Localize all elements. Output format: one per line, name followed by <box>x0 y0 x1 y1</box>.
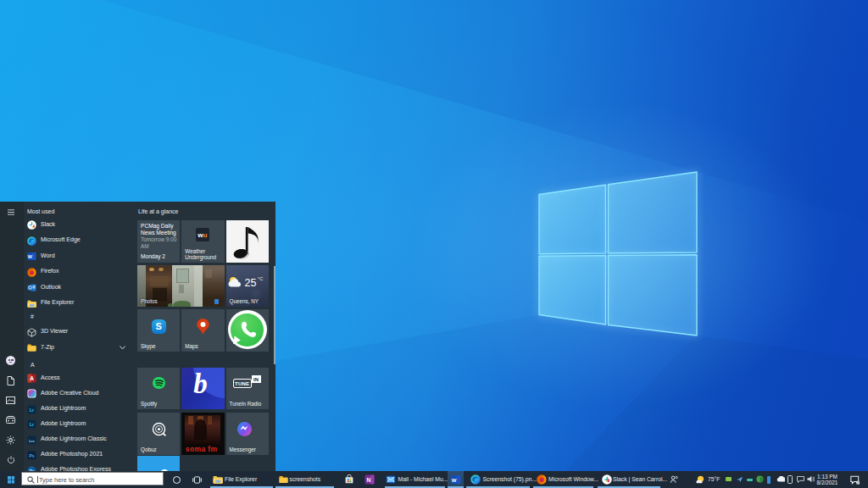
svg-text:W: W <box>28 254 33 259</box>
svg-text:Lr: Lr <box>30 407 34 412</box>
svg-text:W: W <box>451 478 456 483</box>
svg-text:Lr: Lr <box>30 422 34 427</box>
svg-text:Ps: Ps <box>29 452 34 458</box>
svg-text:Lrc: Lrc <box>29 438 35 442</box>
svg-text:A: A <box>30 375 34 381</box>
svg-text:N: N <box>367 477 371 483</box>
